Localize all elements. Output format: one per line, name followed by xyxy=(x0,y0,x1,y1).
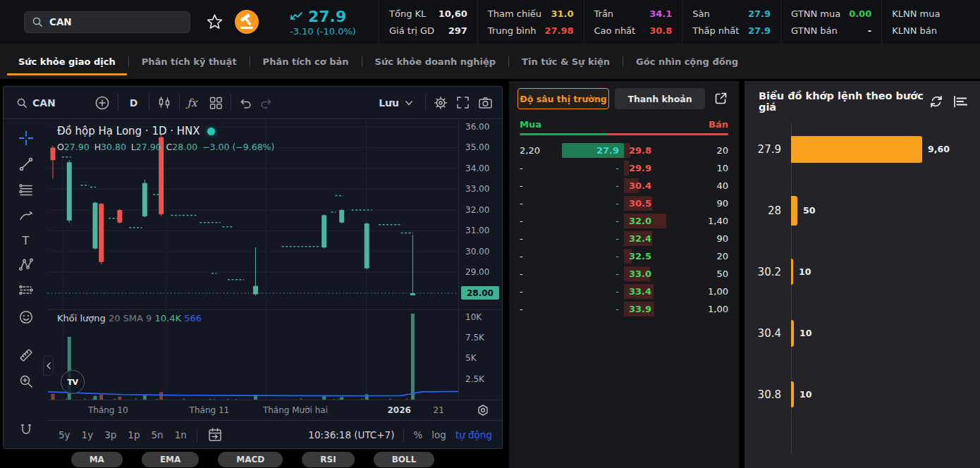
log-scale-button[interactable]: log xyxy=(431,429,446,441)
sell-price-cell[interactable]: 32.0 xyxy=(624,214,686,228)
sell-volume-cell: 1,00 xyxy=(686,286,728,297)
order-book-row[interactable]: --32.490 xyxy=(509,230,739,247)
sell-price-cell[interactable]: 29.9 xyxy=(624,161,686,176)
tab-liquidity[interactable]: Thanh khoản xyxy=(615,88,705,109)
parallel-lines-tool-icon[interactable] xyxy=(17,182,35,199)
sell-price-cell[interactable]: 32.5 xyxy=(624,249,686,264)
order-book-row[interactable]: --33.050 xyxy=(509,265,739,283)
buy-price-cell[interactable]: - xyxy=(562,284,624,299)
price-tick: 36.00 xyxy=(465,122,489,132)
refresh-icon[interactable] xyxy=(929,94,944,109)
settings-gear-icon[interactable] xyxy=(433,95,448,111)
sell-price-cell[interactable]: 33.0 xyxy=(624,266,686,281)
redo-icon[interactable] xyxy=(259,97,274,109)
camera-snapshot-icon[interactable] xyxy=(477,95,494,110)
nav-tab[interactable]: Sức khỏe giao dịch xyxy=(6,44,128,79)
buy-price-cell[interactable]: - xyxy=(562,266,624,281)
indicator-button[interactable]: MA xyxy=(71,452,123,467)
range-button[interactable]: 1y xyxy=(81,428,94,442)
order-book-row[interactable]: --30.590 xyxy=(509,195,739,212)
sell-price-cell[interactable]: 29.8 xyxy=(624,143,686,158)
price-step-chart: 27.99,60285030.21030.41030.810 xyxy=(745,118,980,425)
trendline-tool-icon[interactable] xyxy=(17,156,35,173)
pattern-tool-icon[interactable] xyxy=(17,257,35,273)
nav-tab[interactable]: Góc nhìn cộng đồng xyxy=(623,44,751,79)
chart-symbol-button[interactable]: CAN xyxy=(12,94,60,111)
fullscreen-icon[interactable] xyxy=(455,95,470,110)
auto-scale-button[interactable]: tự động xyxy=(455,429,492,441)
price-axis[interactable]: 36.0035.0034.0033.0032.0031.0030.0029.00… xyxy=(458,120,502,400)
volume-tick: 7.5K xyxy=(465,333,484,343)
compare-add-icon[interactable] xyxy=(94,94,111,111)
buy-price-cell[interactable]: - xyxy=(562,214,624,228)
percent-scale-button[interactable]: % xyxy=(413,429,422,441)
favorite-star-icon[interactable] xyxy=(206,13,223,31)
order-book-row[interactable]: --33.91,00 xyxy=(509,300,739,318)
buy-price-cell[interactable]: - xyxy=(562,302,624,316)
indicator-button[interactable]: EMA xyxy=(142,452,199,467)
stat-column: Tham chiếu31.0Trung bình27.98 xyxy=(477,0,584,44)
sell-price-cell[interactable]: 33.4 xyxy=(624,284,686,299)
order-book-row[interactable]: 2,2027.929.820 xyxy=(509,142,739,159)
candle-style-icon[interactable] xyxy=(157,95,172,111)
nav-tab[interactable]: Sức khỏe doanh nghiệp xyxy=(362,44,508,79)
interval-button[interactable]: D xyxy=(125,94,142,111)
crosshair-tool-icon[interactable] xyxy=(17,130,35,147)
tradingview-logo[interactable]: TV xyxy=(61,370,85,394)
go-to-date-icon[interactable] xyxy=(207,426,223,443)
range-button[interactable]: 1p xyxy=(127,428,140,442)
step-price-label: 30.4 xyxy=(745,327,781,340)
text-tool-icon[interactable]: T xyxy=(17,234,35,247)
matched-volume-bar xyxy=(791,259,793,285)
order-book-row[interactable]: --29.910 xyxy=(509,159,739,177)
bar-chart-icon[interactable] xyxy=(952,94,969,109)
time-axis-settings-icon[interactable] xyxy=(477,404,489,417)
range-button[interactable]: 5y xyxy=(58,428,71,442)
brush-tool-icon[interactable] xyxy=(17,208,35,225)
open-external-button[interactable] xyxy=(711,91,730,106)
range-button[interactable]: 3p xyxy=(104,428,117,442)
forecast-tool-icon[interactable] xyxy=(17,283,35,300)
gavel-icon[interactable] xyxy=(235,10,259,34)
buy-price-cell[interactable]: - xyxy=(562,231,624,246)
sell-price-cell[interactable]: 33.9 xyxy=(624,302,686,316)
zoom-in-tool-icon[interactable] xyxy=(17,373,35,390)
buy-price-cell[interactable]: 27.9 xyxy=(562,143,624,158)
symbol-search-input[interactable]: CAN xyxy=(24,11,190,33)
tab-market-depth[interactable]: Độ sâu thị trường xyxy=(517,88,609,109)
range-button[interactable]: 5n xyxy=(151,428,164,442)
sell-price-cell[interactable]: 30.5 xyxy=(624,196,686,211)
volume-pane[interactable]: Khối lượng 20 SMA 9 10.4K 566 TV xyxy=(48,309,458,400)
undo-icon[interactable] xyxy=(238,97,252,109)
buy-price-cell[interactable]: - xyxy=(562,196,624,211)
indicator-button[interactable]: MACD xyxy=(218,452,283,467)
nav-tab[interactable]: Phân tích kỹ thuật xyxy=(129,44,250,79)
order-book-row[interactable]: --32.520 xyxy=(509,247,739,265)
indicator-button[interactable]: BOLL xyxy=(374,452,435,467)
buy-price-cell[interactable]: - xyxy=(562,161,624,176)
price-pane[interactable]: Đồ hộp Hạ Long · 1D · HNX O27.90H30.80L2… xyxy=(48,120,458,309)
indicators-fx-icon[interactable]: ƒx xyxy=(187,97,197,109)
sell-price-cell[interactable]: 30.4 xyxy=(624,178,686,193)
nav-tab[interactable]: Tin tức & Sự kiện xyxy=(509,44,623,79)
stat-label: Sàn xyxy=(692,8,709,19)
clock[interactable]: 10:36:18 (UTC+7) xyxy=(308,429,394,441)
magnet-tool-icon[interactable] xyxy=(17,422,35,439)
order-book-row[interactable]: --30.440 xyxy=(509,177,739,195)
sell-price-cell[interactable]: 32.4 xyxy=(624,231,686,246)
layout-grid-icon[interactable] xyxy=(208,95,223,111)
draw-pencil-icon[interactable] xyxy=(17,448,35,449)
range-button[interactable]: 1n xyxy=(174,428,188,442)
order-book-row[interactable]: --33.41,00 xyxy=(509,283,739,300)
save-button[interactable]: Lưu xyxy=(374,94,418,111)
order-book-row[interactable]: --32.01,40 xyxy=(509,212,739,230)
buy-price-cell[interactable]: - xyxy=(562,249,624,264)
emoji-tool-icon[interactable] xyxy=(17,309,35,326)
ruler-tool-icon[interactable] xyxy=(17,347,35,364)
indicator-button[interactable]: RSI xyxy=(302,452,354,467)
chart-panel[interactable]: CAN D ƒx xyxy=(3,86,503,449)
nav-tab[interactable]: Phân tích cơ bản xyxy=(250,44,362,79)
time-axis[interactable]: Tháng 10Tháng 11Tháng Mười hai202621 xyxy=(48,400,502,420)
buy-price-cell[interactable]: - xyxy=(562,178,624,193)
toolbar-collapse-handle[interactable] xyxy=(43,356,54,376)
